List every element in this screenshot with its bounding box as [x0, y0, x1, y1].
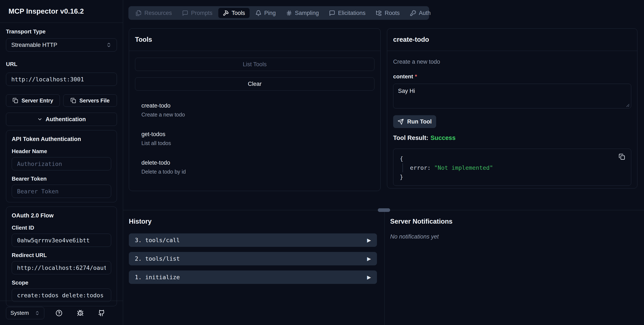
authentication-toggle[interactable]: Authentication — [6, 113, 117, 126]
scope-label: Scope — [12, 280, 111, 286]
copy-buttons-row: Server Entry Servers File — [6, 94, 117, 107]
tab-roots[interactable]: Roots — [371, 8, 404, 18]
bell-icon — [255, 10, 262, 16]
main-content: Resources Prompts Tools Ping Sampling — [123, 0, 644, 325]
tool-runner-description: Create a new todo — [393, 58, 631, 65]
redirect-url-label: Redirect URL — [12, 252, 111, 258]
list-tools-label: List Tools — [243, 61, 267, 68]
server-entry-button[interactable]: Server Entry — [6, 94, 60, 107]
tab-label: Roots — [384, 10, 400, 16]
tool-item-delete-todo[interactable]: delete-todo Delete a todo by id — [135, 157, 374, 175]
panel-resize-handle[interactable] — [378, 208, 390, 212]
help-icon[interactable] — [56, 310, 62, 316]
transport-select[interactable]: Streamable HTTP — [6, 38, 117, 52]
bearer-token-label: Bearer Token — [12, 176, 111, 182]
history-item-label: 2. tools/list — [135, 255, 180, 262]
tab-sampling[interactable]: Sampling — [282, 8, 324, 18]
redirect-url-input[interactable] — [12, 261, 111, 274]
transport-select-value: Streamable HTTP — [11, 42, 57, 48]
tab-auth[interactable]: Auth — [406, 8, 435, 18]
url-label: URL — [6, 61, 117, 68]
tab-prompts: Prompts — [178, 8, 217, 18]
tool-runner-title: create-todo — [393, 36, 429, 44]
history-item[interactable]: 3. tools/call ▶ — [129, 234, 377, 247]
server-entry-label: Server Entry — [22, 98, 53, 104]
json-open-brace: { — [400, 154, 624, 163]
run-tool-button[interactable]: Run Tool — [393, 115, 436, 128]
send-icon — [398, 119, 404, 125]
required-asterisk: * — [415, 73, 417, 80]
history-list: 3. tools/call ▶ 2. tools/list ▶ 1. initi… — [129, 234, 377, 289]
history-title: History — [129, 218, 152, 225]
tab-label: Resources — [144, 10, 172, 16]
folder-tree-icon — [376, 10, 382, 16]
tab-label: Ping — [264, 10, 276, 16]
tab-resources: Resources — [131, 8, 176, 18]
copy-result-button[interactable] — [619, 154, 625, 160]
client-id-input[interactable] — [12, 234, 111, 247]
scope-input[interactable] — [12, 288, 111, 302]
tool-item-create-todo[interactable]: create-todo Create a new todo — [135, 100, 374, 118]
clear-label: Clear — [248, 81, 262, 87]
server-notifications-title: Server Notifications — [390, 218, 452, 225]
tools-panel-title: Tools — [135, 36, 152, 44]
tab-label: Sampling — [295, 10, 319, 16]
theme-select-value: System — [10, 310, 29, 316]
json-error-line: error: "Not implemented" — [402, 163, 624, 172]
servers-file-button[interactable]: Servers File — [63, 94, 117, 107]
footer-icons — [56, 310, 105, 316]
github-icon[interactable] — [98, 310, 105, 316]
header-name-input[interactable] — [12, 157, 111, 170]
tool-name: get-todos — [142, 131, 374, 138]
tab-label: Prompts — [191, 10, 212, 16]
history-item[interactable]: 2. tools/list ▶ — [129, 252, 377, 265]
header-name-label: Header Name — [12, 148, 111, 154]
oauth-card: OAuth 2.0 Flow Client ID Redirect URL Sc… — [6, 206, 117, 306]
tool-name: delete-todo — [142, 160, 374, 166]
transport-type-label: Transport Type — [6, 28, 117, 35]
message-square-icon — [182, 10, 188, 16]
caret-right-icon: ▶ — [367, 274, 371, 280]
servers-file-label: Servers File — [80, 98, 110, 104]
tab-label: Auth — [419, 10, 431, 16]
list-tools-button: List Tools — [135, 58, 374, 71]
hash-icon — [286, 10, 292, 16]
content-label-text: content — [393, 73, 413, 80]
theme-select[interactable]: System — [6, 307, 44, 319]
copy-icon — [12, 98, 18, 103]
tool-result-label: Tool Result: — [393, 134, 428, 141]
content-field-wrap: Say Hi — [393, 84, 631, 109]
tool-description: Delete a todo by id — [142, 169, 374, 175]
sidebar-header: MCP Inspector v0.16.2 — [0, 0, 123, 23]
tool-runner-body: Create a new todo content* Say Hi Run To… — [387, 51, 637, 186]
tab-tools[interactable]: Tools — [218, 8, 250, 18]
json-value: "Not implemented" — [434, 164, 493, 171]
history-item[interactable]: 1. initialize ▶ — [129, 270, 377, 284]
files-icon — [136, 10, 142, 16]
tools-panel-header: Tools — [129, 28, 380, 51]
tab-elicitations[interactable]: Elicitations — [324, 8, 370, 18]
bearer-token-input[interactable] — [12, 185, 111, 198]
bug-icon[interactable] — [77, 310, 84, 316]
caret-right-icon: ▶ — [367, 256, 371, 262]
clear-button[interactable]: Clear — [135, 77, 374, 90]
tool-item-get-todos[interactable]: get-todos List all todos — [135, 128, 374, 146]
tool-result-line: Tool Result:Success — [393, 134, 631, 142]
tools-panel: Tools List Tools Clear create-todo Creat… — [129, 28, 380, 191]
resize-handle-icon[interactable] — [626, 104, 630, 107]
sidebar-body: Transport Type Streamable HTTP URL Serve… — [0, 28, 123, 306]
hammer-icon — [223, 10, 229, 16]
caret-right-icon: ▶ — [367, 237, 371, 243]
url-input[interactable] — [6, 72, 117, 86]
tab-ping[interactable]: Ping — [251, 8, 280, 18]
tool-result-status: Success — [430, 134, 456, 141]
tool-runner-header: create-todo — [387, 28, 637, 51]
app-title: MCP Inspector v0.16.2 — [8, 7, 84, 15]
chevron-down-icon — [37, 116, 42, 122]
tools-panel-body: List Tools Clear create-todo Create a ne… — [129, 51, 380, 175]
tab-label: Elicitations — [338, 10, 366, 16]
copy-icon — [70, 98, 76, 103]
json-key: error: — [410, 164, 431, 171]
content-textarea[interactable]: Say Hi — [393, 84, 631, 108]
tool-name: create-todo — [142, 102, 374, 109]
